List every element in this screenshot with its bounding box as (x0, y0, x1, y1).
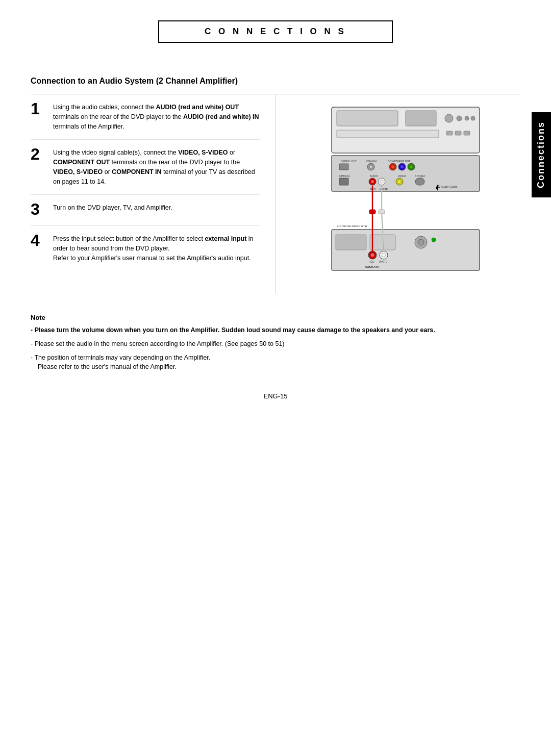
svg-text:WHITE: WHITE (379, 260, 388, 263)
right-column: DIGITAL OUT COAXIAL COMPONENT OUT (276, 94, 520, 293)
svg-rect-8 (446, 131, 453, 135)
svg-point-34 (398, 180, 401, 183)
svg-text:COAXIAL: COAXIAL (366, 160, 378, 163)
svg-point-17 (369, 165, 372, 168)
svg-point-3 (445, 114, 453, 122)
svg-point-21 (400, 165, 404, 168)
svg-rect-7 (337, 130, 439, 138)
svg-rect-2 (406, 111, 436, 126)
svg-point-6 (471, 116, 475, 120)
svg-point-23 (410, 165, 413, 168)
svg-point-49 (432, 238, 436, 242)
note-item-1: Please turn the volume down when you tur… (31, 325, 520, 335)
svg-rect-9 (455, 131, 461, 135)
diagram-area: DIGITAL OUT COAXIAL COMPONENT OUT (291, 105, 520, 293)
svg-text:2-Channel stereo amp: 2-Channel stereo amp (337, 224, 367, 228)
svg-text:S-VIDEO: S-VIDEO (415, 174, 425, 178)
svg-text:RED: RED (370, 188, 376, 191)
svg-text:OPTICAL: OPTICAL (339, 174, 350, 178)
note-item-3: The position of terminals may vary depen… (31, 353, 520, 372)
step-4: 4 Press the input select button of the A… (31, 226, 260, 271)
svg-point-51 (371, 254, 374, 257)
step-3: 3 Turn on the DVD player, TV, and Amplif… (31, 195, 260, 226)
page-wrapper: Connections C O N N E C T I O N S Connec… (0, 0, 551, 756)
step-4-content: Press the input select button of the Amp… (53, 234, 260, 263)
svg-point-30 (371, 180, 374, 183)
step-1-number: 1 (31, 100, 53, 131)
step-4-number: 4 (31, 232, 53, 263)
svg-point-4 (457, 116, 462, 121)
step-1-content: Using the audio cables, connect the AUDI… (53, 103, 260, 131)
svg-rect-61 (379, 210, 385, 214)
svg-point-32 (380, 180, 383, 183)
svg-point-19 (391, 165, 394, 168)
svg-text:AUDIO: AUDIO (370, 174, 378, 178)
svg-rect-28 (339, 178, 348, 185)
svg-text:COMPONENT OUT: COMPONENT OUT (388, 160, 410, 163)
note-title: Note (31, 314, 520, 321)
svg-text:1: 1 (438, 184, 440, 189)
main-content: 1 Using the audio cables, connect the AU… (31, 94, 520, 293)
connection-diagram: DIGITAL OUT COAXIAL COMPONENT OUT (327, 105, 485, 293)
svg-text:VIDEO: VIDEO (398, 174, 406, 178)
title-box: C O N N E C T I O N S (158, 20, 393, 43)
step-2-content: Using the video signal cable(s), connect… (53, 148, 260, 186)
left-column: 1 Using the audio cables, connect the AU… (31, 94, 276, 293)
svg-text:RED: RED (369, 260, 374, 263)
svg-rect-15 (339, 164, 348, 170)
svg-point-5 (465, 116, 469, 120)
svg-rect-35 (415, 178, 424, 185)
section-heading: Connection to an Audio System (2 Channel… (31, 77, 520, 86)
svg-rect-10 (464, 131, 470, 135)
step-2: 2 Using the video signal cable(s), conne… (31, 140, 260, 195)
svg-rect-45 (336, 235, 366, 250)
note-section: Note Please turn the volume down when yo… (31, 309, 520, 372)
svg-point-48 (418, 239, 424, 245)
svg-text:WHITE: WHITE (380, 188, 388, 191)
note-item-2: Please set the audio in the menu screen … (31, 339, 520, 349)
svg-point-53 (382, 254, 386, 257)
step-3-number: 3 (31, 201, 53, 217)
step-2-number: 2 (31, 146, 53, 186)
svg-text:AUDIO IN: AUDIO IN (365, 265, 379, 268)
page-number: ENG-15 (31, 392, 520, 400)
svg-text:DIGITAL OUT: DIGITAL OUT (341, 160, 357, 163)
svg-rect-1 (337, 111, 398, 126)
svg-rect-60 (369, 210, 375, 214)
side-tab: Connections (532, 112, 551, 197)
step-1: 1 Using the audio cables, connect the AU… (31, 94, 260, 140)
step-3-content: Turn on the DVD player, TV, and Amplifie… (53, 203, 260, 217)
page-title: C O N N E C T I O N S (205, 27, 346, 37)
svg-text:Audio Cable: Audio Cable (441, 185, 458, 188)
